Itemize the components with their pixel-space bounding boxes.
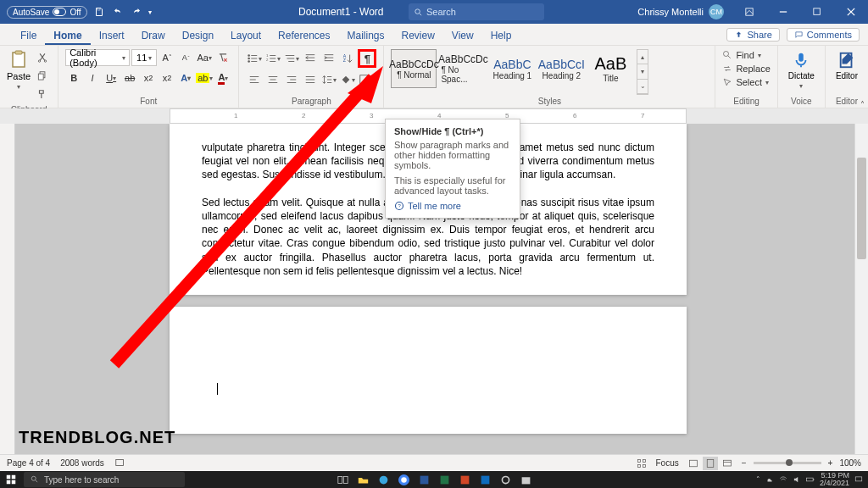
battery-icon[interactable] xyxy=(806,475,815,484)
page-indicator[interactable]: Page 4 of 4 xyxy=(7,458,50,468)
comments-button[interactable]: Comments xyxy=(787,28,860,42)
page-2[interactable] xyxy=(170,307,687,434)
tell-me-search[interactable]: Search xyxy=(409,3,544,20)
view-web-button[interactable] xyxy=(720,457,735,470)
taskbar-search[interactable]: Type here to search xyxy=(24,472,185,487)
shading-button[interactable]: ▾ xyxy=(339,71,356,88)
close-button[interactable] xyxy=(834,0,868,24)
store-icon[interactable] xyxy=(516,471,535,488)
zoom-value[interactable]: 100% xyxy=(839,458,861,468)
view-print-button[interactable] xyxy=(703,457,718,470)
undo-icon[interactable] xyxy=(111,5,125,19)
style-title[interactable]: AaBTitle xyxy=(587,49,633,88)
inc-indent-button[interactable] xyxy=(320,50,337,67)
tab-view[interactable]: View xyxy=(443,30,482,45)
show-hide-button[interactable]: ¶ xyxy=(358,49,376,68)
underline-button[interactable]: U▾ xyxy=(103,69,120,86)
onedrive-icon[interactable] xyxy=(765,475,774,484)
style-nospacing[interactable]: AaBbCcDc¶ No Spac... xyxy=(440,49,486,88)
view-read-button[interactable] xyxy=(686,457,701,470)
align-right-button[interactable] xyxy=(283,71,300,88)
change-case-button[interactable]: Aa▾ xyxy=(196,49,213,66)
save-icon[interactable] xyxy=(92,5,106,19)
zoom-in-button[interactable]: + xyxy=(828,458,833,468)
autosave-toggle[interactable]: AutoSave Off xyxy=(7,6,87,19)
tab-insert[interactable]: Insert xyxy=(91,30,133,45)
powerpoint-icon[interactable] xyxy=(455,471,474,488)
grow-font-button[interactable]: A˄ xyxy=(159,49,175,66)
copy-button[interactable] xyxy=(34,68,51,85)
sort-button[interactable]: AZ xyxy=(339,50,356,67)
bullets-button[interactable]: ▾ xyxy=(246,50,263,67)
word-count[interactable]: 2008 words xyxy=(60,458,104,468)
style-heading1[interactable]: AaBbCHeading 1 xyxy=(489,49,535,88)
dictate-button[interactable]: Dictate▾ xyxy=(785,49,818,92)
tab-design[interactable]: Design xyxy=(174,30,222,45)
select-button[interactable]: Select▾ xyxy=(722,76,769,88)
style-normal[interactable]: AaBbCcDc¶ Normal xyxy=(391,49,437,88)
scrollbar-thumb[interactable] xyxy=(857,158,866,259)
volume-icon[interactable] xyxy=(793,475,801,484)
word-icon[interactable] xyxy=(415,471,433,488)
system-tray[interactable]: ˄ 5:19 PM 2/4/2021 xyxy=(756,471,868,488)
font-size-combo[interactable]: 11▾ xyxy=(131,49,157,66)
share-button[interactable]: Share xyxy=(726,28,779,42)
editor-button[interactable]: Editor xyxy=(832,49,861,82)
format-painter-button[interactable] xyxy=(34,86,51,103)
excel-icon[interactable] xyxy=(435,471,453,488)
vertical-scrollbar[interactable] xyxy=(854,124,868,454)
styles-gallery-scroll[interactable]: ▴▾⌄ xyxy=(637,49,648,95)
line-spacing-button[interactable]: ▾ xyxy=(320,71,337,88)
edge-icon[interactable] xyxy=(374,471,392,488)
superscript-button[interactable]: x2 xyxy=(159,69,175,86)
numbering-button[interactable]: 12▾ xyxy=(264,50,281,67)
maximize-button[interactable] xyxy=(800,0,834,24)
minimize-button[interactable] xyxy=(766,0,800,24)
tab-file[interactable]: File xyxy=(12,30,45,45)
borders-button[interactable]: ▾ xyxy=(358,71,375,88)
clear-formatting-button[interactable] xyxy=(214,49,231,66)
align-center-button[interactable] xyxy=(264,71,281,88)
subscript-button[interactable]: x2 xyxy=(140,69,157,86)
qat-dropdown-icon[interactable]: ▾ xyxy=(148,8,152,16)
dec-indent-button[interactable] xyxy=(302,50,319,67)
italic-button[interactable]: I xyxy=(84,69,101,86)
focus-label[interactable]: Focus xyxy=(656,458,679,468)
tab-layout[interactable]: Layout xyxy=(222,30,270,45)
highlight-button[interactable]: ab▾ xyxy=(196,69,213,86)
focus-mode-button[interactable] xyxy=(634,457,649,470)
outlook-icon[interactable] xyxy=(476,471,494,488)
zoom-slider[interactable] xyxy=(754,462,821,464)
spellcheck-icon[interactable] xyxy=(114,457,126,470)
tab-mailings[interactable]: Mailings xyxy=(338,30,392,45)
text-effects-button[interactable]: A▾ xyxy=(177,69,194,86)
taskview-icon[interactable] xyxy=(333,471,352,488)
tooltip-tell-me-more[interactable]: ?Tell me more xyxy=(394,201,511,211)
align-left-button[interactable] xyxy=(246,71,263,88)
replace-button[interactable]: Replace xyxy=(722,63,770,75)
tab-help[interactable]: Help xyxy=(482,30,520,45)
style-heading2[interactable]: AaBbCcIHeading 2 xyxy=(538,49,584,88)
settings-icon[interactable] xyxy=(496,471,515,488)
find-button[interactable]: Find▾ xyxy=(722,49,760,61)
multilevel-button[interactable]: ▾ xyxy=(283,50,300,67)
wifi-icon[interactable] xyxy=(779,475,787,484)
tab-draw[interactable]: Draw xyxy=(133,30,174,45)
tab-home[interactable]: Home xyxy=(45,30,90,45)
tab-review[interactable]: Review xyxy=(393,30,443,45)
font-name-combo[interactable]: Calibri (Body)▾ xyxy=(65,49,130,66)
redo-icon[interactable] xyxy=(130,5,143,19)
chrome-icon[interactable] xyxy=(394,471,413,488)
tab-references[interactable]: References xyxy=(270,30,338,45)
explorer-icon[interactable] xyxy=(353,471,372,488)
zoom-out-button[interactable]: − xyxy=(742,458,747,468)
account-button[interactable]: Chrissy Montelli CM xyxy=(629,4,732,19)
start-button[interactable] xyxy=(0,471,22,488)
ruler-vertical[interactable] xyxy=(0,124,15,454)
tray-chevron-icon[interactable]: ˄ xyxy=(756,475,760,484)
font-color-button[interactable]: A▾ xyxy=(214,69,231,86)
shrink-font-button[interactable]: A˅ xyxy=(177,49,194,66)
justify-button[interactable] xyxy=(302,71,319,88)
bold-button[interactable]: B xyxy=(65,69,82,86)
ribbon-options-icon[interactable] xyxy=(732,0,766,24)
